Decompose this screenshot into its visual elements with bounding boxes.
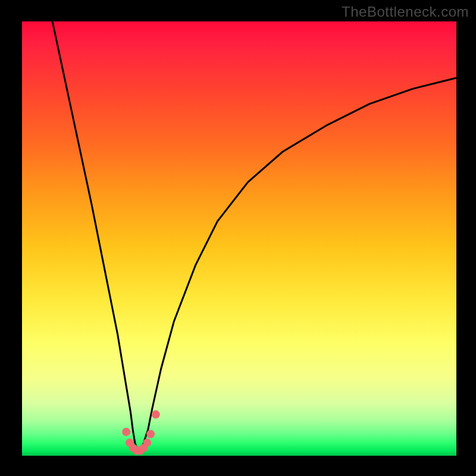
highlight-dot: [152, 411, 160, 419]
highlight-dot: [122, 428, 130, 436]
highlight-dots: [122, 411, 160, 455]
chart-frame: TheBottleneck.com: [0, 0, 476, 476]
highlight-dot: [146, 430, 155, 439]
plot-area: [22, 21, 456, 456]
bottleneck-curve: [52, 21, 456, 452]
curve-svg: [22, 21, 456, 456]
watermark-text: TheBottleneck.com: [342, 4, 469, 20]
highlight-dot: [143, 439, 151, 447]
